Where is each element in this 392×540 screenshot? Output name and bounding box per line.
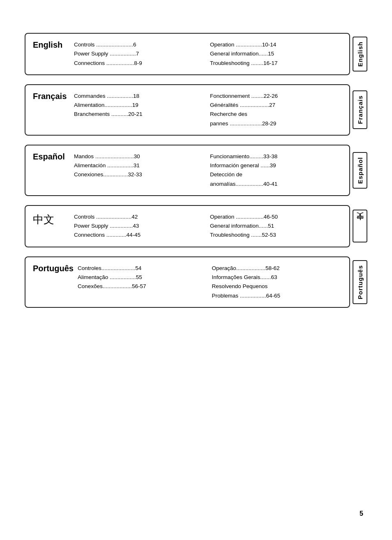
toc-item: Alimentação .................55 [78,273,208,282]
toc-item: Troubleshooting ........16-17 [210,59,342,68]
toc-columns-francais: Commandes .................18Alimentatio… [74,92,342,128]
toc-col1-chinese: Controls .......................42Power … [74,212,206,240]
lang-label-english: English [33,40,74,50]
lang-label-chinese: 中文 [33,212,74,227]
side-tab-container-chinese: 中文 [353,205,367,247]
toc-item: Mandos .........................30 [74,152,206,161]
page-number: 5 [360,510,363,517]
toc-item: Informações Gerais.......63 [212,273,342,282]
section-row-chinese: 中文Controls .......................42Powe… [25,205,367,247]
section-row-francais: FrançaisCommandes .................18Ali… [25,84,367,136]
toc-item: Power Supply ...............43 [74,222,206,231]
toc-item: Troubleshooting .......52-53 [210,231,342,240]
toc-item: General information......51 [210,222,342,231]
toc-item: Connections .............44-45 [74,231,206,240]
section-box-english: EnglishControls ........................… [25,33,350,75]
toc-col2-francais: Fonctionnement ........22-26Généralités … [210,92,342,128]
toc-item: Resolvendo Pequenos [212,282,342,291]
toc-columns-chinese: Controls .......................42Power … [74,212,342,240]
toc-item: Généralités ...................27 [210,101,342,110]
toc-item: Recherche des [210,110,342,119]
toc-item: Funcionamiento.........33-38 [210,152,342,161]
side-tab-text-portugues: Português [357,265,364,299]
toc-item: Connections ..................8-9 [74,59,206,68]
section-box-francais: FrançaisCommandes .................18Ali… [25,84,350,136]
section-row-english: EnglishControls ........................… [25,33,367,75]
side-tab-text-francais: Français [357,95,364,124]
section-row-portugues: PortuguêsControles......................… [25,256,367,308]
side-tab-espanol: Español [353,152,367,189]
toc-item: Alimentación .................31 [74,161,206,170]
lang-label-espanol: Español [33,152,74,162]
toc-item: Conexiones................32-33 [74,170,206,179]
section-row-espanol: EspañolMandos .........................3… [25,145,367,196]
toc-col2-chinese: Operation ..................46-50General… [210,212,342,240]
side-tab-text-chinese: 中文 [355,226,365,226]
toc-columns-english: Controls ........................6Power … [74,40,342,68]
toc-col1-francais: Commandes .................18Alimentatio… [74,92,206,128]
toc-item: Operation .................10-14 [210,40,342,49]
side-tab-portugues: Português [353,260,367,304]
toc-col1-english: Controls ........................6Power … [74,40,206,68]
section-box-chinese: 中文Controls .......................42Powe… [25,205,350,247]
toc-col1-portugues: Controles......................54Aliment… [78,264,208,300]
toc-item: Alimentation..................19 [74,101,206,110]
toc-item: Commandes .................18 [74,92,206,101]
toc-item: Problemas .................64-65 [212,291,342,300]
section-box-espanol: EspañolMandos .........................3… [25,145,350,196]
side-tab-container-english: English [353,33,367,75]
side-tab-container-espanol: Español [353,145,367,196]
toc-columns-portugues: Controles......................54Aliment… [78,264,342,300]
toc-col2-espanol: Funcionamiento.........33-38Información … [210,152,342,189]
toc-item: Información general ......39 [210,161,342,170]
side-tab-english: English [353,37,367,72]
toc-col2-english: Operation .................10-14General … [210,40,342,68]
toc-item: Controles......................54 [78,264,208,273]
toc-item: Conexões...................56-57 [78,282,208,291]
toc-item: pannes .....................28-29 [210,119,342,128]
side-tab-chinese: 中文 [353,210,367,242]
toc-item: Operação...................58-62 [212,264,342,273]
toc-item: Branchements ...........20-21 [74,110,206,119]
toc-col1-espanol: Mandos .........................30Alimen… [74,152,206,189]
toc-item: Controls ........................6 [74,40,206,49]
toc-item: anomalías..................40-41 [210,180,342,189]
lang-label-francais: Français [33,92,74,101]
toc-col2-portugues: Operação...................58-62Informaç… [212,264,342,300]
side-tab-container-francais: Français [353,84,367,136]
side-tab-text-espanol: Español [357,157,364,184]
toc-item: Controls .......................42 [74,212,206,222]
toc-item: Detección de [210,170,342,179]
section-box-portugues: PortuguêsControles......................… [25,256,350,308]
toc-item: Operation ..................46-50 [210,212,342,222]
side-tab-container-portugues: Português [353,256,367,308]
toc-item: Power Supply .................7 [74,49,206,58]
lang-label-portugues: Português [33,264,78,273]
toc-item: Fonctionnement ........22-26 [210,92,342,101]
toc-columns-espanol: Mandos .........................30Alimen… [74,152,342,189]
toc-item: General information......15 [210,49,342,58]
side-tab-text-english: English [357,42,364,67]
page-container: EnglishControls ........................… [0,0,392,540]
side-tab-francais: Français [353,90,367,129]
